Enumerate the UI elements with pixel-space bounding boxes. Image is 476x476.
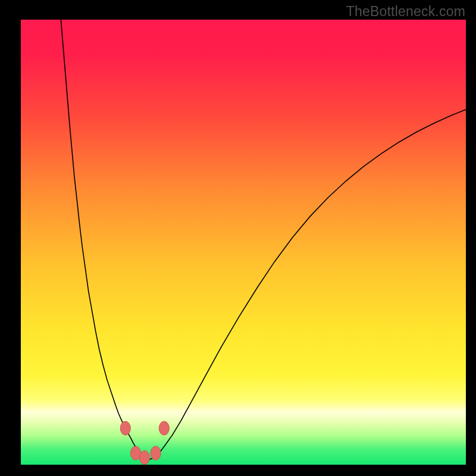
curve-marker (159, 421, 169, 435)
outer-black-frame: TheBottleneck.com (0, 0, 476, 476)
bottleneck-curve-path (61, 20, 466, 459)
curve-marker (120, 421, 130, 435)
watermark-text: TheBottleneck.com (346, 4, 465, 20)
marker-group (120, 421, 169, 465)
curve-marker (139, 450, 149, 464)
chart-svg (21, 20, 466, 465)
plot-area (21, 20, 466, 465)
curve-marker (151, 446, 161, 460)
